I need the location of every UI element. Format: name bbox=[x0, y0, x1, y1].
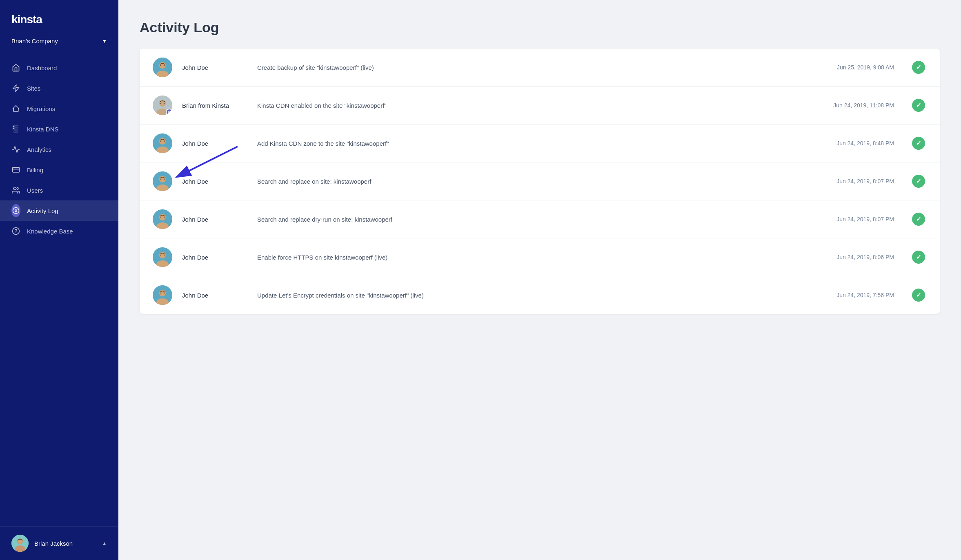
sidebar-item-dashboard[interactable]: Dashboard bbox=[0, 58, 118, 78]
main-content: Activity Log Jo bbox=[118, 0, 961, 560]
sidebar-item-activity-log[interactable]: Activity Log bbox=[0, 200, 118, 221]
success-check-icon: ✓ bbox=[912, 251, 925, 264]
row-action: Update Let's Encrypt credentials on site… bbox=[257, 292, 811, 299]
row-action: Enable force HTTPS on site kinstawooperf… bbox=[257, 254, 811, 261]
svg-point-27 bbox=[160, 141, 161, 142]
row-status: ✓ bbox=[912, 175, 927, 188]
row-action: Kinsta CDN enabled on the site "kinstawo… bbox=[257, 102, 811, 109]
logo-area: kinsta bbox=[0, 0, 118, 34]
app-logo: kinsta bbox=[11, 13, 107, 26]
company-name: Brian's Company bbox=[11, 38, 58, 44]
sidebar-footer[interactable]: Brian Jackson ▲ bbox=[0, 526, 118, 560]
footer-user-area: Brian Jackson bbox=[11, 535, 73, 552]
row-status: ✓ bbox=[912, 61, 927, 74]
success-check-icon: ✓ bbox=[912, 137, 925, 150]
row-username: John Doe bbox=[182, 254, 247, 261]
row-status: ✓ bbox=[912, 99, 927, 112]
avatar bbox=[153, 171, 172, 191]
svg-rect-1 bbox=[13, 167, 20, 172]
row-username: John Doe bbox=[182, 140, 247, 147]
sidebar-item-label: Kinsta DNS bbox=[27, 126, 59, 133]
row-time: Jun 24, 2019, 11:08 PM bbox=[821, 102, 902, 109]
svg-point-5 bbox=[15, 210, 17, 212]
table-row: John Doe Search and replace on site: kin… bbox=[140, 162, 940, 200]
row-status: ✓ bbox=[912, 251, 927, 264]
sidebar-item-billing[interactable]: Billing bbox=[0, 160, 118, 180]
sidebar-item-migrations[interactable]: Migrations bbox=[0, 98, 118, 119]
success-check-icon: ✓ bbox=[912, 175, 925, 188]
footer-chevron-icon: ▲ bbox=[102, 540, 107, 547]
sidebar-item-label: Users bbox=[27, 187, 43, 194]
svg-point-38 bbox=[164, 217, 165, 218]
sidebar-item-sites[interactable]: Sites bbox=[0, 78, 118, 98]
table-row: John Doe Enable force HTTPS on site kins… bbox=[140, 238, 940, 276]
sidebar-item-users[interactable]: Users bbox=[0, 180, 118, 200]
sidebar-item-label: Billing bbox=[27, 167, 43, 173]
row-action: Create backup of site "kinstawooperf" (l… bbox=[257, 64, 811, 71]
svg-point-37 bbox=[160, 217, 161, 218]
svg-point-32 bbox=[160, 179, 161, 180]
row-status: ✓ bbox=[912, 213, 927, 226]
success-check-icon: ✓ bbox=[912, 61, 925, 74]
svg-point-33 bbox=[164, 179, 165, 180]
row-username: John Doe bbox=[182, 178, 247, 185]
svg-point-42 bbox=[160, 255, 161, 256]
svg-point-28 bbox=[164, 141, 165, 142]
row-time: Jun 24, 2019, 8:48 PM bbox=[821, 140, 902, 147]
avatar bbox=[153, 285, 172, 305]
users-icon bbox=[11, 186, 20, 195]
avatar bbox=[153, 58, 172, 77]
company-chevron-icon: ▼ bbox=[102, 38, 107, 44]
sites-icon bbox=[11, 84, 20, 93]
nav-menu: Dashboard Sites Migrations Kinsta DNS bbox=[0, 54, 118, 526]
table-row: John Doe Update Let's Encrypt credential… bbox=[140, 276, 940, 314]
sidebar-item-label: Migrations bbox=[27, 105, 55, 112]
sidebar-item-knowledge-base[interactable]: Knowledge Base bbox=[0, 221, 118, 241]
sidebar-item-label: Sites bbox=[27, 85, 40, 92]
kinsta-badge: K bbox=[166, 109, 172, 115]
sidebar-item-label: Dashboard bbox=[27, 64, 57, 71]
row-time: Jun 24, 2019, 8:07 PM bbox=[821, 178, 902, 184]
sidebar-item-label: Activity Log bbox=[27, 207, 58, 214]
avatar bbox=[11, 535, 29, 552]
success-check-icon: ✓ bbox=[912, 289, 925, 302]
sidebar: kinsta Brian's Company ▼ Dashboard Sites… bbox=[0, 0, 118, 560]
svg-point-43 bbox=[164, 255, 165, 256]
sidebar-item-label: Knowledge Base bbox=[27, 228, 73, 235]
sidebar-item-label: Analytics bbox=[27, 146, 51, 153]
svg-point-48 bbox=[164, 293, 165, 293]
sidebar-item-analytics[interactable]: Analytics bbox=[0, 139, 118, 160]
svg-point-18 bbox=[164, 65, 165, 66]
table-row: K Brian from Kinsta Kinsta CDN enabled o… bbox=[140, 87, 940, 124]
svg-point-3 bbox=[13, 187, 16, 190]
analytics-icon bbox=[11, 145, 20, 154]
success-check-icon: ✓ bbox=[912, 213, 925, 226]
svg-point-4 bbox=[13, 208, 19, 214]
success-check-icon: ✓ bbox=[912, 99, 925, 112]
row-username: Brian from Kinsta bbox=[182, 102, 247, 109]
row-action: Search and replace dry-run on site: kins… bbox=[257, 216, 811, 223]
row-status: ✓ bbox=[912, 137, 927, 150]
knowledge-icon bbox=[11, 227, 20, 236]
page-title: Activity Log bbox=[140, 20, 940, 36]
avatar: K bbox=[153, 96, 172, 115]
avatar bbox=[153, 209, 172, 229]
svg-point-22 bbox=[160, 103, 161, 104]
row-time: Jun 25, 2019, 9:08 AM bbox=[821, 64, 902, 71]
row-username: John Doe bbox=[182, 216, 247, 223]
activity-log-table: John Doe Create backup of site "kinstawo… bbox=[140, 49, 940, 314]
dns-icon bbox=[11, 124, 20, 133]
row-action: Add Kinsta CDN zone to the site "kinstaw… bbox=[257, 140, 811, 147]
company-selector[interactable]: Brian's Company ▼ bbox=[0, 34, 118, 54]
home-icon bbox=[11, 63, 20, 72]
sidebar-item-kinsta-dns[interactable]: Kinsta DNS bbox=[0, 119, 118, 139]
footer-username: Brian Jackson bbox=[34, 540, 73, 547]
svg-point-47 bbox=[160, 293, 161, 293]
row-status: ✓ bbox=[912, 289, 927, 302]
table-row: John Doe Create backup of site "kinstawo… bbox=[140, 49, 940, 87]
svg-point-23 bbox=[164, 103, 165, 104]
avatar bbox=[153, 133, 172, 153]
row-time: Jun 24, 2019, 7:56 PM bbox=[821, 292, 902, 298]
migrations-icon bbox=[11, 104, 20, 113]
table-row: John Doe Add Kinsta CDN zone to the site… bbox=[140, 124, 940, 162]
